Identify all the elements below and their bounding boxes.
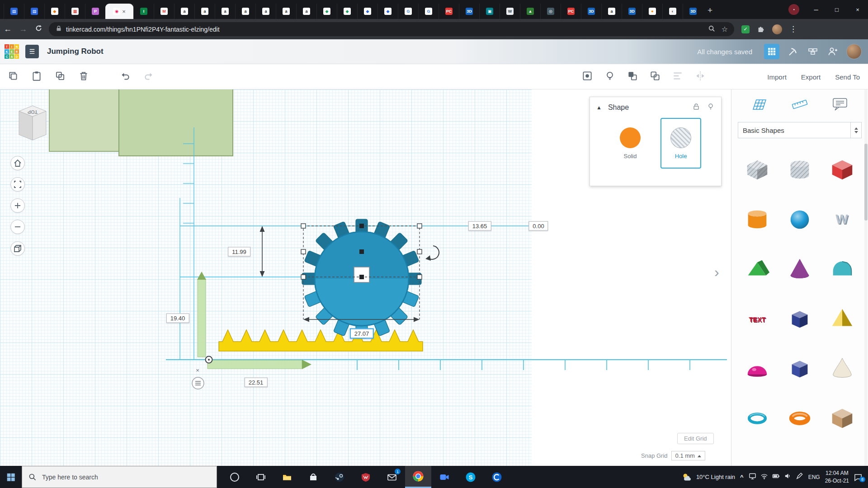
panel-collapse-chevron[interactable]: › — [714, 264, 719, 281]
browser-tab[interactable]: a — [215, 4, 235, 19]
extensions-puzzle-icon[interactable] — [757, 24, 765, 34]
shape-tile-polygon[interactable] — [778, 294, 821, 343]
shape-tile-halfsphere[interactable] — [736, 343, 778, 393]
browser-tab[interactable]: PC — [439, 4, 459, 19]
browser-tab[interactable]: P — [85, 4, 105, 19]
duplicate-icon[interactable] — [54, 70, 66, 84]
dim-width[interactable]: 27.07 — [350, 328, 374, 339]
hole-option[interactable]: Hole — [660, 118, 701, 169]
taskbar-store-icon[interactable] — [300, 466, 326, 488]
media-extension-icon[interactable]: ▪ — [788, 4, 799, 15]
browser-tab[interactable]: ▦ — [65, 4, 85, 19]
show-all-bulb-icon[interactable] — [604, 70, 616, 84]
front-view-icon[interactable] — [10, 241, 25, 256]
taskbar-zoom-icon[interactable] — [431, 466, 458, 488]
display-icon[interactable] — [749, 472, 756, 482]
taskbar-taskview-icon[interactable] — [248, 466, 274, 488]
volume-icon[interactable] — [784, 472, 792, 482]
bricks-icon[interactable] — [807, 45, 819, 58]
redo-icon[interactable] — [143, 70, 155, 84]
shape-tile-torus[interactable] — [778, 393, 821, 443]
browser-tab[interactable]: a — [255, 4, 276, 19]
adblock-extension-icon[interactable]: ✓ — [741, 25, 750, 33]
collapse-panel-icon[interactable]: ▲ — [596, 104, 602, 111]
browser-tab[interactable]: ◆ — [357, 4, 377, 19]
language-indicator[interactable]: ENG — [808, 474, 820, 480]
url-field[interactable]: tinkercad.com/things/hn1PNfi2P4Y-fantast… — [49, 22, 734, 36]
align-icon[interactable] — [672, 70, 684, 84]
dim-zero[interactable]: 0.00 — [528, 221, 548, 231]
dim-ruler-h[interactable]: 22.51 — [245, 378, 268, 387]
view-cube[interactable]: TOP — [14, 100, 48, 144]
browser-tab[interactable]: ◆ — [377, 4, 398, 19]
import-button[interactable]: Import — [767, 73, 787, 81]
shape-tile-paraboloid[interactable] — [821, 343, 863, 393]
forward-button[interactable]: → — [15, 24, 31, 34]
start-button[interactable] — [0, 466, 22, 488]
shape-tile-cone[interactable] — [778, 244, 821, 294]
browser-tab[interactable]: M — [154, 4, 174, 19]
reload-button[interactable] — [31, 24, 46, 34]
panel-scrollbar[interactable] — [864, 89, 868, 466]
shape-tile-text3d[interactable]: TEXTTEXT — [736, 294, 778, 343]
shape-tile-box[interactable] — [821, 393, 863, 443]
browser-tab-active[interactable]: ◉× — [105, 4, 133, 19]
solid-option[interactable]: Solid — [610, 118, 651, 169]
taskbar-msi-icon[interactable] — [353, 466, 379, 488]
shape-tile-cylinder[interactable] — [736, 194, 778, 244]
notes-tool-icon[interactable] — [831, 97, 849, 114]
taskbar-steam-icon[interactable] — [326, 466, 353, 488]
paste-icon[interactable] — [31, 70, 42, 84]
bookmark-star-icon[interactable]: ☆ — [722, 25, 728, 33]
browser-tab[interactable]: ▲ — [520, 4, 540, 19]
browser-tab[interactable]: a — [276, 4, 296, 19]
clock[interactable]: 12:04 AM 26-Oct-21 — [825, 469, 849, 484]
taskbar-appc-icon[interactable] — [484, 466, 510, 488]
hidden-icons-chevron[interactable]: ^ — [740, 474, 744, 480]
snap-grid-dropdown[interactable]: 0.1 mm — [671, 451, 705, 460]
workplane-grid[interactable] — [0, 89, 532, 466]
weather-widget[interactable]: 10°C Light rain — [682, 473, 735, 482]
browser-tab[interactable]: ◆ — [316, 4, 337, 19]
browser-tab[interactable]: I — [133, 4, 154, 19]
shape-tile-torus[interactable] — [736, 393, 778, 443]
browser-tab[interactable]: 3D — [581, 4, 601, 19]
shape-category-dropdown[interactable]: Basic Shapes — [738, 122, 862, 138]
shape-tile-scribble[interactable]: WW — [821, 194, 863, 244]
browser-tab[interactable]: a — [601, 4, 622, 19]
shape-tile-box[interactable] — [736, 145, 778, 194]
tinker-pickaxe-icon[interactable] — [787, 45, 799, 58]
new-tab-button[interactable]: + — [708, 5, 712, 15]
green-shape[interactable] — [118, 89, 233, 156]
window-minimize-button[interactable]: ─ — [806, 0, 826, 19]
taskbar-skype-icon[interactable]: S — [458, 466, 484, 488]
dim-offset[interactable]: 13.65 — [468, 221, 491, 231]
workplane-tool-icon[interactable] — [750, 97, 769, 114]
back-button[interactable]: ← — [0, 24, 15, 34]
shape-tile-roundroof[interactable] — [821, 244, 863, 294]
ungroup-icon[interactable] — [649, 70, 661, 84]
dim-height[interactable]: 11.99 — [228, 247, 250, 257]
user-avatar[interactable] — [846, 44, 862, 59]
zoom-in-icon[interactable] — [10, 198, 25, 213]
browser-tab[interactable]: ● — [642, 4, 662, 19]
browser-tab[interactable]: ◆ — [337, 4, 357, 19]
add-person-icon[interactable] — [826, 45, 839, 58]
dashboard-grid-icon[interactable] — [764, 44, 779, 59]
browser-tab[interactable]: ◎ — [540, 4, 561, 19]
send-to-button[interactable]: Send To — [835, 73, 860, 81]
window-close-button[interactable]: × — [847, 0, 868, 19]
fit-view-icon[interactable] — [10, 177, 25, 192]
shape-tile-sphere[interactable] — [778, 194, 821, 244]
bulb-icon[interactable] — [707, 103, 715, 113]
delete-icon[interactable] — [78, 70, 90, 84]
tinkercad-logo[interactable]: TINKERCAD — [5, 44, 19, 59]
browser-tab[interactable]: a — [296, 4, 316, 19]
home-view-icon[interactable] — [10, 156, 25, 170]
battery-icon[interactable] — [772, 472, 780, 482]
shape-tile-roof[interactable] — [736, 244, 778, 294]
browser-tab[interactable]: ◐ — [662, 4, 683, 19]
browser-menu-icon[interactable]: ⋮ — [789, 24, 797, 34]
browser-tab[interactable]: a — [194, 4, 215, 19]
taskbar-mail-icon[interactable]: 1 — [379, 466, 405, 488]
